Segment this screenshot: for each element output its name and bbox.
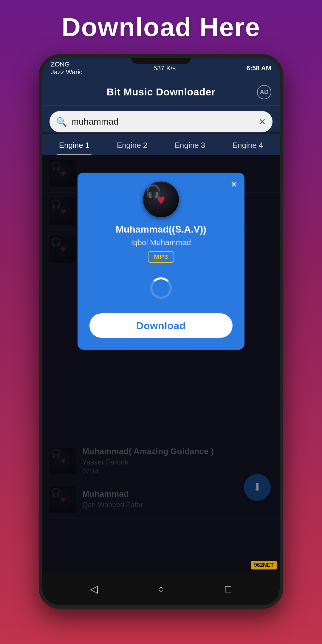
tab-engine-4[interactable]: Engine 4	[219, 134, 277, 155]
tab-engine-3[interactable]: Engine 3	[161, 134, 219, 155]
page-heading: Download Here	[0, 12, 322, 42]
search-input[interactable]: muhammad	[71, 117, 254, 127]
nav-bar: ◁ ○ □	[42, 572, 280, 605]
download-button[interactable]: Download	[89, 313, 233, 338]
tab-engine-2[interactable]: Engine 2	[103, 134, 161, 155]
network-speed: 537 K/s	[154, 64, 176, 72]
modal-overlay: × Muhammad((S.A.V)) Iqbol Muhammad MP3 D…	[42, 155, 280, 572]
download-modal: × Muhammad((S.A.V)) Iqbol Muhammad MP3 D…	[78, 173, 244, 350]
carrier-sub: Jazz|Warid	[51, 68, 83, 76]
tab-engine-1[interactable]: Engine 1	[45, 134, 103, 155]
search-bar[interactable]: 🔍 muhammad ✕	[49, 111, 273, 132]
nav-back-button[interactable]: ◁	[85, 583, 103, 595]
nav-recent-button[interactable]: □	[219, 583, 237, 595]
loading-spinner	[148, 275, 174, 301]
clear-search-button[interactable]: ✕	[258, 117, 266, 127]
time-display: 6:58 AM	[246, 64, 271, 72]
modal-format-badge: MP3	[148, 251, 174, 263]
carrier-main: ZONG	[51, 61, 83, 68]
app-title: Bit Music Downloader	[106, 86, 215, 98]
modal-song-title: Muhammad((S.A.V))	[116, 224, 206, 235]
modal-close-button[interactable]: ×	[231, 179, 237, 190]
engine-tabs: Engine 1 Engine 2 Engine 3 Engine 4	[42, 134, 280, 155]
nav-home-button[interactable]: ○	[152, 583, 170, 595]
carrier-info: ZONG Jazz|Warid	[51, 61, 83, 76]
phone-notch	[131, 58, 191, 64]
app-header: Bit Music Downloader AD	[42, 79, 280, 106]
watermark: 962NET	[251, 561, 277, 569]
content-area: Muhammad( Amazing Guidance ) Yasser Faro…	[42, 155, 280, 572]
search-icon: 🔍	[56, 117, 67, 127]
search-container: 🔍 muhammad ✕	[42, 106, 280, 132]
modal-album-art	[143, 182, 179, 217]
phone-frame: ZONG Jazz|Warid 537 K/s 6:58 AM Bit Musi…	[39, 54, 283, 609]
spinner-circle	[150, 277, 172, 299]
modal-artist: Iqbol Muhammad	[131, 238, 191, 247]
ad-badge[interactable]: AD	[257, 85, 271, 99]
